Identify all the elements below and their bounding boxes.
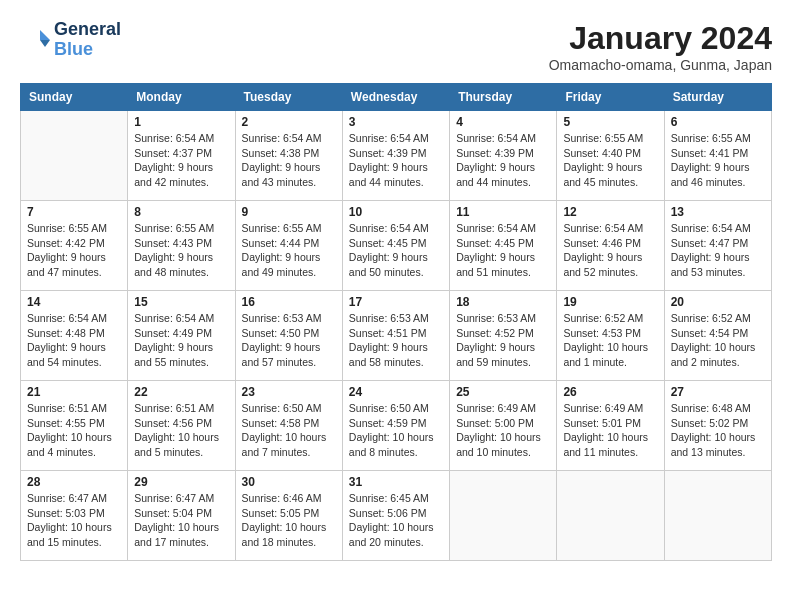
calendar-cell: 13Sunrise: 6:54 AMSunset: 4:47 PMDayligh…: [664, 201, 771, 291]
day-number: 7: [27, 205, 121, 219]
day-detail: Sunrise: 6:53 AMSunset: 4:51 PMDaylight:…: [349, 311, 443, 370]
logo-icon: [20, 25, 50, 55]
month-title: January 2024: [549, 20, 772, 57]
day-number: 11: [456, 205, 550, 219]
page-header: General Blue January 2024 Omamacho-omama…: [20, 20, 772, 73]
calendar-cell: 27Sunrise: 6:48 AMSunset: 5:02 PMDayligh…: [664, 381, 771, 471]
calendar-cell: 15Sunrise: 6:54 AMSunset: 4:49 PMDayligh…: [128, 291, 235, 381]
calendar-cell: 20Sunrise: 6:52 AMSunset: 4:54 PMDayligh…: [664, 291, 771, 381]
day-detail: Sunrise: 6:54 AMSunset: 4:46 PMDaylight:…: [563, 221, 657, 280]
week-row-3: 14Sunrise: 6:54 AMSunset: 4:48 PMDayligh…: [21, 291, 772, 381]
calendar-cell: 23Sunrise: 6:50 AMSunset: 4:58 PMDayligh…: [235, 381, 342, 471]
day-detail: Sunrise: 6:54 AMSunset: 4:45 PMDaylight:…: [456, 221, 550, 280]
day-number: 26: [563, 385, 657, 399]
day-number: 18: [456, 295, 550, 309]
day-detail: Sunrise: 6:54 AMSunset: 4:47 PMDaylight:…: [671, 221, 765, 280]
day-number: 8: [134, 205, 228, 219]
calendar-cell: 10Sunrise: 6:54 AMSunset: 4:45 PMDayligh…: [342, 201, 449, 291]
day-number: 16: [242, 295, 336, 309]
day-number: 25: [456, 385, 550, 399]
day-number: 29: [134, 475, 228, 489]
title-block: January 2024 Omamacho-omama, Gunma, Japa…: [549, 20, 772, 73]
day-number: 28: [27, 475, 121, 489]
calendar-cell: 22Sunrise: 6:51 AMSunset: 4:56 PMDayligh…: [128, 381, 235, 471]
calendar-body: 1Sunrise: 6:54 AMSunset: 4:37 PMDaylight…: [21, 111, 772, 561]
day-detail: Sunrise: 6:48 AMSunset: 5:02 PMDaylight:…: [671, 401, 765, 460]
weekday-sunday: Sunday: [21, 84, 128, 111]
week-row-4: 21Sunrise: 6:51 AMSunset: 4:55 PMDayligh…: [21, 381, 772, 471]
day-number: 12: [563, 205, 657, 219]
calendar-cell: 7Sunrise: 6:55 AMSunset: 4:42 PMDaylight…: [21, 201, 128, 291]
day-number: 1: [134, 115, 228, 129]
weekday-thursday: Thursday: [450, 84, 557, 111]
day-number: 10: [349, 205, 443, 219]
day-detail: Sunrise: 6:54 AMSunset: 4:48 PMDaylight:…: [27, 311, 121, 370]
day-detail: Sunrise: 6:49 AMSunset: 5:00 PMDaylight:…: [456, 401, 550, 460]
day-number: 9: [242, 205, 336, 219]
day-number: 20: [671, 295, 765, 309]
day-detail: Sunrise: 6:54 AMSunset: 4:49 PMDaylight:…: [134, 311, 228, 370]
day-detail: Sunrise: 6:55 AMSunset: 4:43 PMDaylight:…: [134, 221, 228, 280]
day-number: 14: [27, 295, 121, 309]
svg-marker-1: [40, 40, 50, 47]
calendar-cell: 1Sunrise: 6:54 AMSunset: 4:37 PMDaylight…: [128, 111, 235, 201]
location: Omamacho-omama, Gunma, Japan: [549, 57, 772, 73]
calendar-cell: [664, 471, 771, 561]
calendar-cell: [557, 471, 664, 561]
day-number: 21: [27, 385, 121, 399]
day-detail: Sunrise: 6:53 AMSunset: 4:52 PMDaylight:…: [456, 311, 550, 370]
day-detail: Sunrise: 6:55 AMSunset: 4:41 PMDaylight:…: [671, 131, 765, 190]
calendar-cell: 11Sunrise: 6:54 AMSunset: 4:45 PMDayligh…: [450, 201, 557, 291]
calendar-cell: [450, 471, 557, 561]
day-detail: Sunrise: 6:50 AMSunset: 4:58 PMDaylight:…: [242, 401, 336, 460]
day-number: 23: [242, 385, 336, 399]
day-number: 31: [349, 475, 443, 489]
weekday-tuesday: Tuesday: [235, 84, 342, 111]
weekday-saturday: Saturday: [664, 84, 771, 111]
calendar-cell: 3Sunrise: 6:54 AMSunset: 4:39 PMDaylight…: [342, 111, 449, 201]
day-number: 30: [242, 475, 336, 489]
day-detail: Sunrise: 6:51 AMSunset: 4:56 PMDaylight:…: [134, 401, 228, 460]
calendar-cell: 21Sunrise: 6:51 AMSunset: 4:55 PMDayligh…: [21, 381, 128, 471]
day-detail: Sunrise: 6:50 AMSunset: 4:59 PMDaylight:…: [349, 401, 443, 460]
calendar-cell: 16Sunrise: 6:53 AMSunset: 4:50 PMDayligh…: [235, 291, 342, 381]
calendar-cell: 25Sunrise: 6:49 AMSunset: 5:00 PMDayligh…: [450, 381, 557, 471]
calendar-cell: 14Sunrise: 6:54 AMSunset: 4:48 PMDayligh…: [21, 291, 128, 381]
day-number: 5: [563, 115, 657, 129]
calendar-cell: 18Sunrise: 6:53 AMSunset: 4:52 PMDayligh…: [450, 291, 557, 381]
calendar-cell: 9Sunrise: 6:55 AMSunset: 4:44 PMDaylight…: [235, 201, 342, 291]
logo-line1: General: [54, 20, 121, 40]
calendar-cell: 4Sunrise: 6:54 AMSunset: 4:39 PMDaylight…: [450, 111, 557, 201]
calendar-cell: 31Sunrise: 6:45 AMSunset: 5:06 PMDayligh…: [342, 471, 449, 561]
calendar-cell: 2Sunrise: 6:54 AMSunset: 4:38 PMDaylight…: [235, 111, 342, 201]
calendar-cell: 29Sunrise: 6:47 AMSunset: 5:04 PMDayligh…: [128, 471, 235, 561]
calendar-cell: 28Sunrise: 6:47 AMSunset: 5:03 PMDayligh…: [21, 471, 128, 561]
day-number: 3: [349, 115, 443, 129]
day-detail: Sunrise: 6:52 AMSunset: 4:53 PMDaylight:…: [563, 311, 657, 370]
day-detail: Sunrise: 6:51 AMSunset: 4:55 PMDaylight:…: [27, 401, 121, 460]
day-detail: Sunrise: 6:45 AMSunset: 5:06 PMDaylight:…: [349, 491, 443, 550]
day-number: 22: [134, 385, 228, 399]
calendar-table: SundayMondayTuesdayWednesdayThursdayFrid…: [20, 83, 772, 561]
day-number: 13: [671, 205, 765, 219]
calendar-cell: [21, 111, 128, 201]
day-number: 15: [134, 295, 228, 309]
week-row-1: 1Sunrise: 6:54 AMSunset: 4:37 PMDaylight…: [21, 111, 772, 201]
weekday-friday: Friday: [557, 84, 664, 111]
calendar-cell: 17Sunrise: 6:53 AMSunset: 4:51 PMDayligh…: [342, 291, 449, 381]
week-row-5: 28Sunrise: 6:47 AMSunset: 5:03 PMDayligh…: [21, 471, 772, 561]
day-number: 4: [456, 115, 550, 129]
day-detail: Sunrise: 6:49 AMSunset: 5:01 PMDaylight:…: [563, 401, 657, 460]
day-detail: Sunrise: 6:46 AMSunset: 5:05 PMDaylight:…: [242, 491, 336, 550]
day-number: 27: [671, 385, 765, 399]
day-detail: Sunrise: 6:55 AMSunset: 4:44 PMDaylight:…: [242, 221, 336, 280]
svg-marker-0: [40, 30, 50, 40]
day-detail: Sunrise: 6:52 AMSunset: 4:54 PMDaylight:…: [671, 311, 765, 370]
day-detail: Sunrise: 6:54 AMSunset: 4:39 PMDaylight:…: [456, 131, 550, 190]
day-detail: Sunrise: 6:54 AMSunset: 4:37 PMDaylight:…: [134, 131, 228, 190]
day-number: 24: [349, 385, 443, 399]
calendar-cell: 26Sunrise: 6:49 AMSunset: 5:01 PMDayligh…: [557, 381, 664, 471]
calendar-cell: 30Sunrise: 6:46 AMSunset: 5:05 PMDayligh…: [235, 471, 342, 561]
calendar-cell: 5Sunrise: 6:55 AMSunset: 4:40 PMDaylight…: [557, 111, 664, 201]
day-detail: Sunrise: 6:55 AMSunset: 4:40 PMDaylight:…: [563, 131, 657, 190]
